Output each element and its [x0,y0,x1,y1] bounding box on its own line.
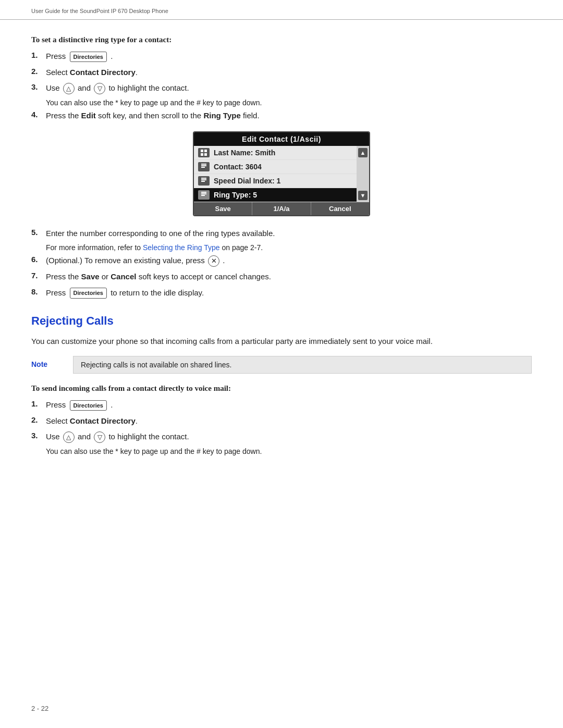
phone-screen-outer: Last Name: Smith Contact: 3604 [194,146,369,202]
step-2-text: Select [46,68,70,77]
section2-heading: To send incoming calls from a contact di… [31,384,532,393]
reject-step-3-num: 3. [31,431,46,440]
phone-row-3-text: Speed Dial Index: 1 [214,177,352,185]
directories-button-3: Directories [70,400,107,411]
up-arrow-2: △ [63,431,75,443]
header-text: User Guide for the SoundPoint IP 670 Des… [31,8,168,14]
page-wrapper: User Guide for the SoundPoint IP 670 Des… [0,0,563,728]
section1-heading: To set a distinctive ring type for a con… [31,35,532,44]
step-3-content: Use △ and ▽ to highlight the contact. [46,82,532,94]
reject-step-1-before: Press [46,400,66,409]
step-5-text: Enter the number corresponding to one of… [46,229,275,238]
main-content: To set a distinctive ring type for a con… [0,20,563,490]
phone-row-4-text: Ring Type: 5 [214,191,352,199]
step-8-num: 8. [31,287,46,296]
step-5-content: Enter the number corresponding to one of… [46,228,532,240]
svg-rect-9 [201,181,205,182]
svg-rect-6 [201,167,205,168]
svg-rect-4 [201,164,206,165]
phone-row-3: Speed Dial Index: 1 [194,174,357,188]
phone-icon-3 [198,176,210,186]
reject-step-2-bold: Contact Directory [70,416,136,425]
reject-step-2-text: Select [46,416,70,425]
scroll-down-arrow: ▼ [358,191,368,200]
svg-rect-1 [204,150,207,152]
step-2-num: 2. [31,67,46,76]
svg-rect-7 [201,178,206,179]
softkey-save: Save [194,202,252,215]
down-arrow-2: ▽ [94,431,105,443]
reject-step-1-after: . [111,400,113,409]
step-4-num: 4. [31,110,46,119]
step-8-after: to return to the idle display. [111,288,204,297]
step-3-text-mid: and [78,83,91,92]
svg-rect-12 [201,195,205,196]
step-4: 4. Press the Edit soft key, and then scr… [31,110,532,122]
step-6-before: (Optional.) To remove an existing value,… [46,256,205,265]
steps-list-3: 6. (Optional.) To remove an existing val… [31,255,532,299]
step-2-content: Select Contact Directory. [46,67,532,79]
svg-rect-5 [201,165,206,166]
step-3-num: 3. [31,82,46,91]
note-container: Note Rejecting calls is not available on… [31,356,532,374]
step-7: 7. Press the Save or Cancel soft keys to… [31,271,532,283]
step-8-before: Press [46,288,66,297]
step4-list: 4. Press the Edit soft key, and then scr… [31,110,532,122]
x-circle-icon: ✕ [208,255,219,267]
phone-screen-container: Edit Contact (1/Ascii) Last Name: Smith [31,131,532,216]
step-6-num: 6. [31,255,46,264]
step-6-content: (Optional.) To remove an existing value,… [46,255,532,267]
reject-step-2-content: Select Contact Directory. [46,415,532,427]
rejecting-calls-title: Rejecting Calls [31,314,532,328]
reject-step-2-num: 2. [31,415,46,424]
step-6: 6. (Optional.) To remove an existing val… [31,255,532,267]
reject-step-2-after: . [136,416,138,425]
step-7-content: Press the Save or Cancel soft keys to ac… [46,271,532,283]
step-1-content: Press Directories . [46,51,532,63]
step-6-after: . [223,256,225,265]
step-2-text-after: . [136,68,138,77]
steps-list-2: 5. Enter the number corresponding to one… [31,228,532,240]
svg-rect-8 [201,179,206,180]
reject-step-3-mid: and [78,432,91,441]
down-arrow-1: ▽ [94,83,105,94]
reject-step-3-content: Use △ and ▽ to highlight the contact. [46,431,532,443]
step-1-num: 1. [31,51,46,59]
softkey-mode: 1/A/a [252,202,311,215]
phone-softkeys: Save 1/A/a Cancel [194,202,369,215]
phone-row-2-text: Contact: 3604 [214,163,352,171]
svg-rect-2 [201,153,203,156]
reject-step-3: 3. Use △ and ▽ to highlight the contact. [31,431,532,443]
step-8-content: Press Directories to return to the idle … [46,287,532,299]
step-4-content: Press the Edit soft key, and then scroll… [46,110,532,122]
svg-rect-3 [204,153,207,156]
step-3-text-after: to highlight the contact. [108,83,189,92]
supplementary-1: You can also use the * key to page up an… [46,98,532,107]
supplementary-2: You can also use the * key to page up an… [46,447,532,455]
phone-row-1: Last Name: Smith [194,146,357,160]
step-5: 5. Enter the number corresponding to one… [31,228,532,240]
directories-button-1: Directories [70,52,107,63]
step-1-text-before: Press [46,52,66,60]
scroll-up-arrow: ▲ [358,148,368,157]
phone-screen-title: Edit Contact (1/Ascii) [194,132,369,146]
reject-step-3-after: to highlight the contact. [108,432,189,441]
step-8: 8. Press Directories to return to the id… [31,287,532,299]
phone-icon-2 [198,162,210,171]
step-2-bold: Contact Directory [70,68,136,77]
directories-button-2: Directories [70,288,107,299]
step-2: 2. Select Contact Directory. [31,67,532,79]
reject-steps-list: 1. Press Directories . 2. Select Contact… [31,399,532,443]
ring-type-link[interactable]: Selecting the Ring Type [143,243,220,252]
svg-rect-10 [201,192,206,193]
reject-step-1-content: Press Directories . [46,399,532,411]
step-1-text-after: . [111,52,113,60]
phone-row-4: Ring Type: 5 [194,188,357,202]
phone-row-2: Contact: 3604 [194,160,357,174]
phone-screen-main: Last Name: Smith Contact: 3604 [194,146,357,202]
up-arrow-1: △ [63,83,75,94]
phone-icon-4 [198,190,210,200]
phone-icon-1 [198,148,210,157]
page-footer: 2 - 22 [31,705,48,712]
step-3-text-before: Use [46,83,60,92]
